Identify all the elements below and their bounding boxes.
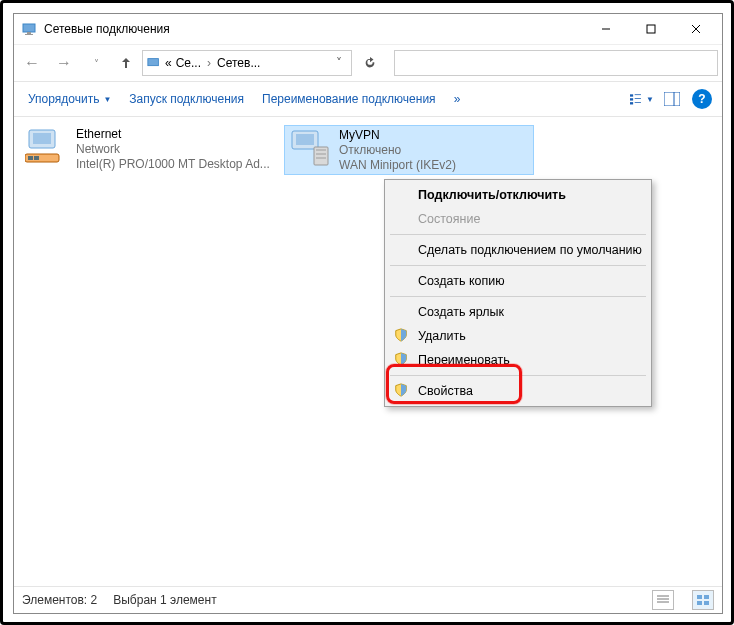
chevron-down-icon: ▼ xyxy=(103,95,111,104)
svg-rect-25 xyxy=(316,153,326,155)
details-view-button[interactable] xyxy=(652,590,674,610)
svg-rect-24 xyxy=(316,149,326,151)
refresh-button[interactable] xyxy=(356,51,384,75)
svg-rect-31 xyxy=(704,595,709,599)
view-options-button[interactable]: ▼ xyxy=(630,87,654,111)
tiles-view-button[interactable] xyxy=(692,590,714,610)
menu-make-default[interactable]: Сделать подключением по умолчанию xyxy=(388,238,648,262)
maximize-button[interactable] xyxy=(628,14,673,44)
svg-rect-13 xyxy=(635,102,641,103)
svg-rect-22 xyxy=(296,134,314,145)
nav-bar: ← → ˅ « Се... › Сетев... ˅ xyxy=(14,45,722,82)
shield-icon xyxy=(394,328,410,344)
titlebar: Сетевые подключения xyxy=(14,14,722,45)
address-dropdown[interactable]: ˅ xyxy=(331,56,347,70)
connection-item-ethernet[interactable]: Ethernet Network Intel(R) PRO/1000 MT De… xyxy=(22,125,272,175)
svg-rect-20 xyxy=(34,156,39,160)
menu-separator xyxy=(390,265,646,266)
svg-rect-9 xyxy=(635,94,641,95)
up-button[interactable] xyxy=(114,51,138,75)
vpn-icon xyxy=(287,128,331,168)
menu-delete[interactable]: Удалить xyxy=(388,324,648,348)
menu-properties[interactable]: Свойства xyxy=(388,379,648,403)
menu-separator xyxy=(390,234,646,235)
svg-rect-8 xyxy=(630,94,633,96)
menu-create-shortcut[interactable]: Создать ярлык xyxy=(388,300,648,324)
close-button[interactable] xyxy=(673,14,718,44)
svg-rect-10 xyxy=(630,98,633,100)
svg-rect-30 xyxy=(697,595,702,599)
svg-rect-1 xyxy=(27,32,31,34)
connection-status: Network xyxy=(76,142,270,157)
help-button[interactable]: ? xyxy=(690,87,714,111)
back-button[interactable]: ← xyxy=(18,49,46,77)
menu-connect[interactable]: Подключить/отключить xyxy=(388,183,648,207)
search-input[interactable] xyxy=(394,50,718,76)
menu-separator xyxy=(390,296,646,297)
svg-rect-11 xyxy=(635,98,641,99)
app-icon xyxy=(22,21,38,37)
svg-rect-32 xyxy=(697,601,702,605)
connection-name: MyVPN xyxy=(339,128,456,143)
breadcrumb-seg1[interactable]: Се... xyxy=(176,56,201,70)
shield-icon xyxy=(394,352,410,368)
svg-rect-14 xyxy=(664,92,680,106)
toolbar-overflow[interactable]: » xyxy=(448,92,467,106)
status-bar: Элементов: 2 Выбран 1 элемент xyxy=(14,586,722,613)
connection-status: Отключено xyxy=(339,143,456,158)
menu-create-copy[interactable]: Создать копию xyxy=(388,269,648,293)
svg-rect-33 xyxy=(704,601,709,605)
ethernet-icon xyxy=(24,127,68,167)
preview-pane-button[interactable] xyxy=(660,87,684,111)
svg-rect-12 xyxy=(630,102,633,104)
connection-device: Intel(R) PRO/1000 MT Desktop Ad... xyxy=(76,157,270,172)
address-bar[interactable]: « Се... › Сетев... ˅ xyxy=(142,50,352,76)
rename-connection-button[interactable]: Переименование подключения xyxy=(256,88,442,110)
menu-rename[interactable]: Переименовать xyxy=(388,348,648,372)
svg-rect-26 xyxy=(316,157,326,159)
selection-label: Выбран 1 элемент xyxy=(113,593,216,607)
breadcrumb-sep: › xyxy=(205,56,213,70)
forward-button: → xyxy=(50,49,78,77)
breadcrumb-seg2[interactable]: Сетев... xyxy=(217,56,260,70)
svg-rect-17 xyxy=(33,133,51,144)
window-title: Сетевые подключения xyxy=(44,22,170,36)
svg-rect-19 xyxy=(28,156,33,160)
address-icon xyxy=(147,56,161,70)
breadcrumb-prefix: « xyxy=(165,56,172,70)
shield-icon xyxy=(394,383,410,399)
context-menu: Подключить/отключить Состояние Сделать п… xyxy=(384,179,652,407)
svg-rect-4 xyxy=(647,25,655,33)
command-bar: Упорядочить▼ Запуск подключения Переимен… xyxy=(14,82,722,117)
svg-rect-7 xyxy=(148,59,159,66)
minimize-button[interactable] xyxy=(583,14,628,44)
menu-separator xyxy=(390,375,646,376)
organize-menu[interactable]: Упорядочить▼ xyxy=(22,88,117,110)
history-dropdown[interactable]: ˅ xyxy=(82,49,110,77)
connection-item-myvpn[interactable]: MyVPN Отключено WAN Miniport (IKEv2) xyxy=(284,125,534,175)
connection-name: Ethernet xyxy=(76,127,270,142)
connection-device: WAN Miniport (IKEv2) xyxy=(339,158,456,173)
menu-status: Состояние xyxy=(388,207,648,231)
window: Сетевые подключения ← → ˅ « Се... › Сете… xyxy=(13,13,723,614)
svg-rect-0 xyxy=(23,24,35,32)
item-count-label: Элементов: 2 xyxy=(22,593,97,607)
svg-rect-2 xyxy=(25,34,33,35)
start-connection-button[interactable]: Запуск подключения xyxy=(123,88,250,110)
